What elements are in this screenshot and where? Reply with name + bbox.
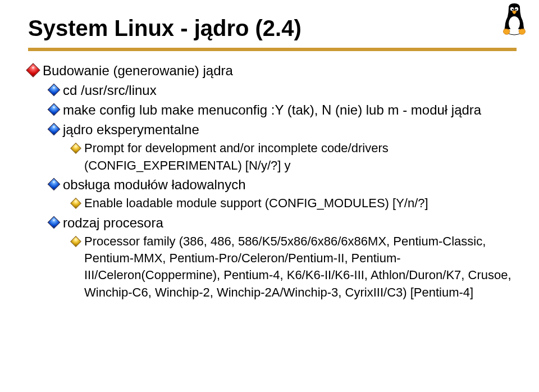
list-item-label: jądro eksperymentalne (63, 122, 199, 137)
bullet-blue-diamond-icon (48, 103, 61, 116)
bullet-gold-diamond-icon (70, 198, 81, 209)
bullet-gold-diamond-icon (70, 143, 81, 154)
list-item-label: Enable loadable module support (CONFIG_M… (84, 196, 428, 210)
list-item-label: cd /usr/src/linux (63, 83, 157, 98)
list-item: rodzaj procesora (28, 213, 517, 232)
bullet-blue-diamond-icon (48, 216, 61, 229)
page-title: System Linux - jądro (2.4) (28, 16, 517, 41)
list-item: cd /usr/src/linux (28, 81, 517, 99)
list-item: make config lub make menuconfig :Y (tak)… (28, 101, 517, 119)
list-item-label: make config lub make menuconfig :Y (tak)… (63, 102, 481, 117)
list-item: Prompt for development and/or incomplete… (28, 140, 517, 174)
list-item: Budowanie (generowanie) jądra (28, 61, 517, 80)
content: Budowanie (generowanie) jądra cd /usr/sr… (28, 61, 517, 301)
list-item: Processor family (386, 486, 586/K5/5x86/… (28, 233, 517, 301)
bullet-red-diamond-icon (26, 63, 40, 77)
bullet-gold-diamond-icon (70, 236, 81, 247)
svg-point-1 (509, 16, 520, 31)
list-item-label: Processor family (386, 486, 586/K5/5x86/… (84, 234, 511, 299)
list-item: obsługa modułów ładowalnych (28, 175, 517, 194)
title-underline (28, 48, 517, 51)
tux-icon (499, 2, 530, 36)
bullet-blue-diamond-icon (48, 178, 61, 191)
list-item: jądro eksperymentalne (28, 120, 517, 139)
slide: System Linux - jądro (2.4) Budowanie (ge… (0, 0, 539, 392)
list-item-label: Prompt for development and/or incomplete… (84, 141, 389, 172)
svg-point-4 (512, 9, 514, 11)
list-item-label: rodzaj procesora (63, 215, 163, 230)
bullet-blue-diamond-icon (48, 123, 61, 136)
list-item-label: Budowanie (generowanie) jądra (43, 63, 233, 78)
list-item-label: obsługa modułów ładowalnych (63, 177, 246, 192)
svg-point-2 (510, 7, 514, 11)
svg-point-5 (515, 9, 517, 11)
bullet-blue-diamond-icon (48, 84, 61, 97)
list-item: Enable loadable module support (CONFIG_M… (28, 195, 517, 212)
svg-point-3 (515, 7, 518, 11)
